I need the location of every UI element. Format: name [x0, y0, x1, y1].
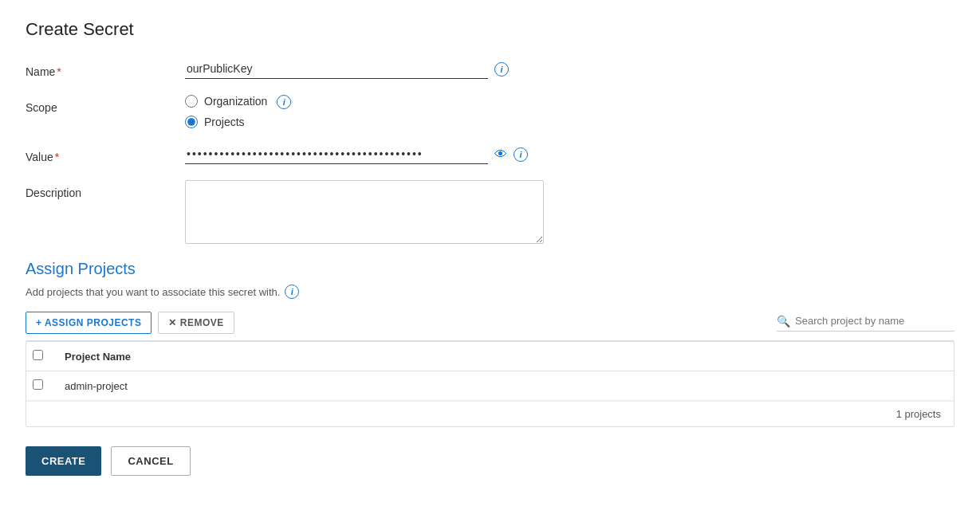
scope-label: Scope — [26, 95, 185, 114]
search-wrap: 🔍 — [777, 315, 954, 332]
assign-projects-desc: Add projects that you want to associate … — [26, 285, 954, 299]
search-icon: 🔍 — [777, 315, 790, 328]
table-row: admin-project — [26, 371, 954, 401]
scope-option-organization[interactable]: Organization — [185, 95, 267, 108]
value-label: Value* — [26, 144, 185, 163]
remove-button[interactable]: ✕ REMOVE — [158, 312, 234, 334]
scope-organization-label: Organization — [204, 95, 267, 108]
scope-projects-label: Projects — [204, 116, 245, 128]
value-row: Value* 👁 i — [26, 144, 954, 164]
create-button[interactable]: CREATE — [26, 446, 101, 476]
name-label: Name* — [26, 59, 185, 78]
scope-radio-group: Organization Projects — [185, 95, 267, 128]
table-header-row: Project Name — [26, 342, 954, 371]
projects-table-container: Project Name admin-project 1 projects — [26, 340, 954, 427]
assign-info-icon[interactable]: i — [285, 285, 299, 299]
cancel-button[interactable]: CANCEL — [111, 446, 190, 476]
page-title: Create Secret — [26, 19, 954, 40]
value-info-icon[interactable]: i — [514, 147, 528, 162]
action-buttons: CREATE CANCEL — [26, 446, 954, 476]
row-checkbox-cell — [26, 371, 58, 401]
scope-info-icon[interactable]: i — [277, 95, 291, 109]
description-row: Description — [26, 180, 954, 244]
name-input[interactable] — [185, 59, 488, 79]
search-input[interactable] — [795, 315, 954, 327]
header-project-name: Project Name — [58, 342, 954, 371]
assign-projects-button[interactable]: + ASSIGN PROJECTS — [26, 312, 152, 334]
scope-row: Scope Organization Projects i — [26, 95, 954, 128]
name-field-wrap: i — [185, 59, 954, 79]
scope-wrap: Organization Projects i — [185, 95, 291, 128]
header-checkbox-cell — [26, 342, 58, 371]
projects-toolbar: + ASSIGN PROJECTS ✕ REMOVE 🔍 — [26, 312, 954, 334]
assign-projects-section: Assign Projects Add projects that you wa… — [26, 260, 954, 427]
description-field-wrap — [185, 180, 954, 244]
row-checkbox[interactable] — [33, 379, 43, 390]
password-wrap: 👁 i — [185, 144, 528, 164]
toggle-visibility-icon[interactable]: 👁 — [494, 147, 507, 162]
scope-radio-organization[interactable] — [185, 95, 198, 108]
select-all-checkbox[interactable] — [33, 350, 43, 360]
description-input[interactable] — [185, 180, 544, 244]
description-label: Description — [26, 180, 185, 199]
toolbar-left: + ASSIGN PROJECTS ✕ REMOVE — [26, 312, 234, 334]
name-info-icon[interactable]: i — [494, 62, 509, 77]
assign-projects-title: Assign Projects — [26, 260, 954, 278]
table-footer: 1 projects — [26, 401, 954, 426]
scope-radio-projects[interactable] — [185, 116, 198, 128]
value-input[interactable] — [185, 144, 488, 164]
projects-table: Project Name admin-project — [26, 341, 954, 401]
scope-option-projects[interactable]: Projects — [185, 116, 267, 128]
row-project-name: admin-project — [58, 371, 954, 401]
name-row: Name* i — [26, 59, 954, 79]
value-field-wrap: 👁 i — [185, 144, 954, 164]
